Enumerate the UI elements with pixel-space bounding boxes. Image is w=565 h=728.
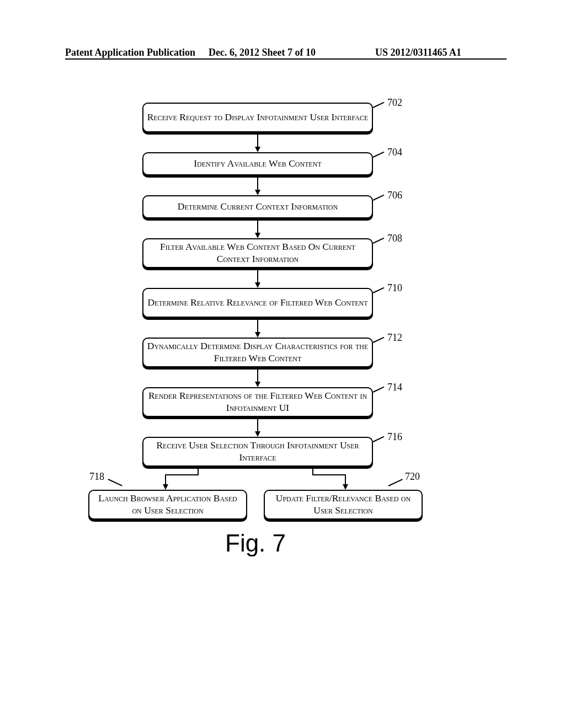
arrowhead-712-714 [255, 382, 260, 387]
box-716: Receive User Selection Through Infotainm… [142, 437, 373, 467]
split-left-vert2 [165, 474, 166, 485]
figure-caption: Fig. 7 [225, 529, 286, 557]
arrow-712-714 [257, 370, 258, 383]
box-710: Determine Relative Relevance of Filtered… [142, 288, 373, 318]
label-720: 720 [405, 471, 420, 483]
arrow-704-706 [257, 178, 258, 191]
label-718: 718 [89, 471, 104, 483]
box-708: Filter Available Web Content Based On Cu… [142, 238, 373, 268]
leader-720 [388, 479, 403, 486]
arrow-706-708 [257, 221, 258, 234]
label-706: 706 [387, 190, 402, 201]
header-center: Dec. 6, 2012 Sheet 7 of 10 [209, 47, 316, 58]
header-left: Patent Application Publication [65, 47, 195, 58]
split-right-vert1 [312, 469, 313, 474]
split-right-horiz [312, 474, 346, 475]
box-714: Render Representations of the Filtered W… [142, 387, 373, 417]
leader-710 [373, 287, 385, 293]
box-702: Receive Request to Display Infotainment … [142, 103, 373, 132]
label-714: 714 [387, 382, 402, 393]
arrow-710-712 [257, 320, 258, 333]
box-706: Determine Current Context Information [142, 195, 373, 218]
label-710: 710 [387, 282, 402, 294]
split-left-vert1 [198, 469, 199, 474]
box-704: Identify Available Web Content [142, 152, 373, 175]
arrow-708-710 [257, 270, 258, 283]
box-712: Dynamically Determine Display Characteri… [142, 338, 373, 367]
label-716: 716 [387, 431, 402, 443]
leader-708 [373, 238, 385, 244]
arrowhead-718 [163, 484, 168, 490]
split-left-horiz [165, 474, 199, 475]
box-720: Update Filter/Relevance Based on User Se… [264, 490, 423, 520]
arrowhead-706-708 [255, 233, 260, 238]
arrowhead-720 [343, 484, 348, 490]
arrowhead-710-712 [255, 332, 260, 338]
header-right: US 2012/0311465 A1 [375, 47, 461, 58]
leader-712 [373, 337, 385, 343]
header-rule [65, 58, 507, 60]
leader-704 [373, 152, 385, 158]
arrowhead-704-706 [255, 190, 260, 195]
split-right-vert2 [345, 474, 346, 485]
label-704: 704 [387, 147, 402, 158]
leader-718 [108, 479, 122, 486]
box-718: Launch Browser Application Based on User… [88, 490, 247, 520]
arrowhead-714-716 [255, 431, 260, 437]
leader-706 [373, 195, 385, 201]
arrow-702-704 [257, 135, 258, 148]
label-712: 712 [387, 332, 402, 344]
arrowhead-708-710 [255, 282, 260, 288]
leader-714 [373, 387, 385, 393]
leader-716 [373, 436, 385, 442]
label-702: 702 [387, 97, 402, 109]
arrowhead-702-704 [255, 147, 260, 152]
leader-702 [373, 102, 385, 108]
arrow-714-716 [257, 419, 258, 432]
label-708: 708 [387, 233, 402, 244]
